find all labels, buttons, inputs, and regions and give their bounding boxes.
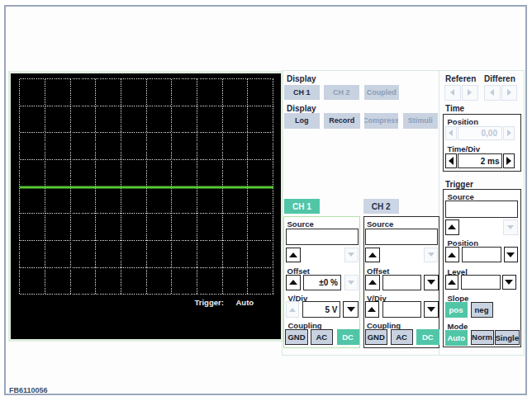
svg-text:Auto: Auto <box>235 298 254 307</box>
svg-text:Trigger:: Trigger: <box>194 298 223 307</box>
